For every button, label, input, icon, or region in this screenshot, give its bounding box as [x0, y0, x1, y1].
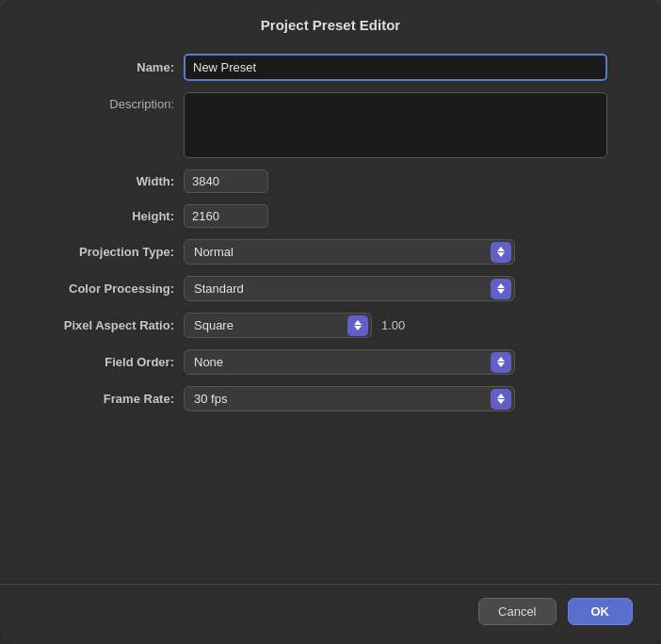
pixel-aspect-ratio-row: Pixel Aspect Ratio: Square 4:3 16:9 1.00: [28, 313, 633, 338]
height-row: Height:: [28, 204, 633, 228]
frame-rate-row: Frame Rate: 24 fps 25 fps 30 fps 60 fps: [28, 386, 633, 411]
dialog-footer: Cancel OK: [0, 584, 661, 644]
frame-rate-select[interactable]: 24 fps 25 fps 30 fps 60 fps: [184, 386, 515, 411]
color-processing-label: Color Processing:: [28, 282, 184, 296]
color-processing-select[interactable]: Standard Linear Log: [184, 276, 515, 301]
projection-type-row: Projection Type: Normal Spherical Cylind…: [28, 239, 633, 265]
projection-type-label: Projection Type:: [28, 245, 184, 259]
width-row: Width:: [28, 169, 633, 193]
field-order-label: Field Order:: [28, 355, 184, 369]
cancel-button[interactable]: Cancel: [478, 598, 556, 625]
field-order-wrapper: None Upper First Lower First: [184, 349, 515, 375]
name-row: Name:: [28, 54, 633, 81]
project-preset-editor-dialog: Project Preset Editor Name: Description:…: [0, 0, 661, 644]
dialog-title: Project Preset Editor: [0, 0, 661, 44]
width-label: Width:: [28, 174, 184, 188]
projection-type-select[interactable]: Normal Spherical Cylindrical: [184, 239, 515, 265]
projection-type-wrapper: Normal Spherical Cylindrical: [184, 239, 515, 265]
pixel-aspect-ratio-value: 1.00: [381, 318, 419, 332]
field-order-row: Field Order: None Upper First Lower Firs…: [28, 349, 633, 375]
description-label: Description:: [28, 92, 184, 111]
height-label: Height:: [28, 209, 184, 223]
field-order-select[interactable]: None Upper First Lower First: [184, 349, 515, 375]
pixel-aspect-ratio-select[interactable]: Square 4:3 16:9: [184, 313, 372, 338]
height-input[interactable]: [184, 204, 268, 228]
ok-button[interactable]: OK: [568, 598, 634, 625]
pixel-aspect-ratio-label: Pixel Aspect Ratio:: [28, 318, 184, 332]
color-processing-wrapper: Standard Linear Log: [184, 276, 515, 301]
name-label: Name:: [28, 60, 184, 74]
frame-rate-wrapper: 24 fps 25 fps 30 fps 60 fps: [184, 386, 515, 411]
dialog-content: Name: Description: Width: Height: Projec…: [0, 44, 661, 584]
description-row: Description:: [28, 92, 633, 158]
name-input[interactable]: [184, 54, 607, 81]
description-input[interactable]: [184, 92, 607, 158]
color-processing-row: Color Processing: Standard Linear Log: [28, 276, 633, 301]
width-input[interactable]: [184, 169, 268, 193]
frame-rate-label: Frame Rate:: [28, 392, 184, 406]
pixel-aspect-ratio-wrapper: Square 4:3 16:9: [184, 313, 372, 338]
